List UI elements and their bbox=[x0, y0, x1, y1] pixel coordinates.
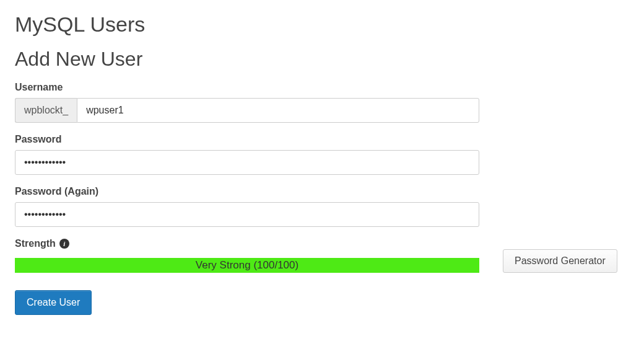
strength-label: Strength bbox=[15, 238, 56, 249]
username-prefix: wpblockt_ bbox=[15, 98, 77, 123]
info-icon[interactable]: i bbox=[59, 239, 69, 249]
password-again-input[interactable] bbox=[15, 202, 479, 227]
password-again-label: Password (Again) bbox=[15, 186, 629, 197]
password-label: Password bbox=[15, 134, 629, 145]
username-input[interactable] bbox=[77, 98, 479, 123]
username-label: Username bbox=[15, 82, 629, 93]
page-title: MySQL Users bbox=[15, 12, 629, 37]
password-input[interactable] bbox=[15, 150, 479, 175]
password-generator-button[interactable]: Password Generator bbox=[503, 249, 617, 273]
create-user-button[interactable]: Create User bbox=[15, 290, 92, 315]
section-title: Add New User bbox=[15, 48, 629, 71]
strength-meter: Very Strong (100/100) bbox=[15, 258, 479, 273]
